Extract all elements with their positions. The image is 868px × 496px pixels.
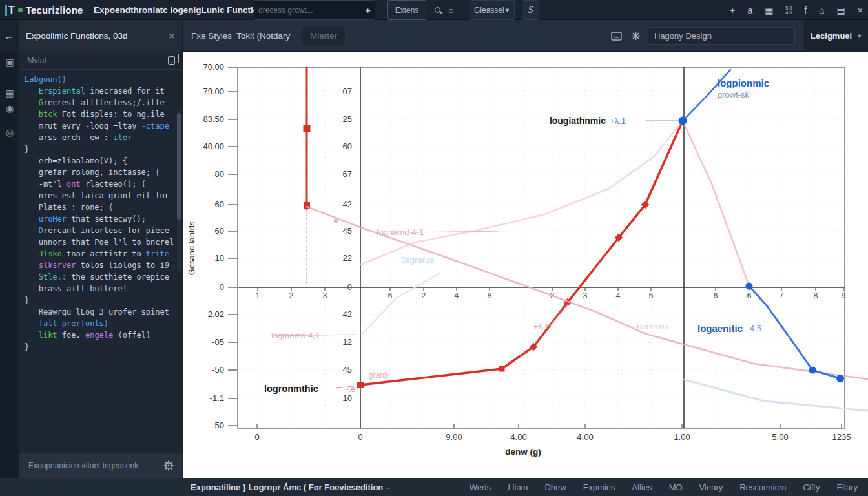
menu-fxe-styles[interactable]: Fxe Styles bbox=[191, 20, 232, 52]
data-point-marker[interactable] bbox=[679, 117, 687, 125]
home-icon[interactable]: ⌂ bbox=[819, 5, 824, 16]
axis-tick: 67 bbox=[307, 169, 352, 179]
code-line: Jisko tnar acttistr to trite bbox=[25, 248, 177, 260]
code-line: arss erch -ew-:-iler bbox=[25, 132, 177, 143]
axis-tick: -1.1 bbox=[179, 393, 224, 403]
status-menu-item[interactable]: Dhew bbox=[544, 482, 566, 492]
status-menu-item[interactable]: Werts bbox=[470, 482, 491, 492]
code-line: grefar rolong, inctasse; { bbox=[25, 167, 177, 178]
axis-tick: 3 bbox=[315, 291, 335, 300]
save-icon[interactable]: ▤ bbox=[837, 5, 845, 16]
tabbar-icons bbox=[611, 20, 641, 52]
image-icon[interactable]: ▦ bbox=[0, 88, 19, 98]
data-point-marker[interactable] bbox=[746, 283, 753, 290]
top-search-box[interactable]: + bbox=[254, 0, 375, 20]
design-search-input[interactable] bbox=[654, 31, 789, 41]
series-exponential-red bbox=[360, 121, 683, 385]
chart-label: +λ.1 bbox=[533, 322, 549, 331]
chart-label: lougiathnmic bbox=[550, 116, 606, 126]
status-menu-item[interactable]: Expmies bbox=[583, 482, 615, 492]
axis-tick: 0 bbox=[307, 282, 352, 292]
data-point-marker[interactable] bbox=[334, 219, 338, 223]
logo-text: Tecurizlione bbox=[26, 5, 83, 16]
card-icon[interactable] bbox=[611, 32, 622, 41]
axis-tick: 60 bbox=[179, 200, 224, 209]
code-scrollbar[interactable] bbox=[177, 110, 181, 271]
data-point-marker[interactable] bbox=[304, 125, 311, 132]
code-line: } bbox=[25, 143, 177, 155]
code-line: slksrver tolos liologs to i9 bbox=[25, 260, 177, 271]
status-menu-item[interactable]: MO bbox=[669, 482, 683, 492]
status-menu-item[interactable]: Allies bbox=[632, 482, 652, 492]
document-tab[interactable]: Expoolimic Functions, 03d × bbox=[18, 20, 183, 52]
gleassel-label: Gleassel bbox=[474, 6, 504, 15]
menu-tokit[interactable]: Tokit (Notdary bbox=[236, 20, 290, 52]
add-icon[interactable]: + bbox=[730, 5, 735, 16]
status-bar: Exponatiline } Logropr Ámc ( For Foevies… bbox=[0, 478, 868, 496]
share-profile-icon[interactable]: ◎ bbox=[0, 127, 19, 138]
chart-label: logmamb 4,1 bbox=[271, 331, 320, 340]
s-logo-icon[interactable]: S bbox=[522, 0, 539, 20]
gleassel-dropdown[interactable]: Gleassel ▼ bbox=[470, 0, 515, 20]
top-tools: ○ bbox=[435, 0, 453, 20]
status-menu-item[interactable]: Lliam bbox=[508, 482, 528, 492]
search-add-icon[interactable]: + bbox=[365, 5, 371, 16]
design-search-box[interactable] bbox=[648, 27, 795, 45]
app-logo[interactable]: T Tecurizlione bbox=[5, 0, 83, 20]
close-icon[interactable]: × bbox=[858, 5, 863, 16]
code-line: fall prerfonts) bbox=[25, 318, 177, 329]
code-line: mrut evry -loog =ltay -ctape bbox=[25, 120, 177, 132]
code-line: } bbox=[25, 341, 177, 353]
gear-icon[interactable] bbox=[163, 460, 174, 471]
axis-tick: 6 bbox=[705, 291, 726, 300]
code-line: brass aill buttere! bbox=[25, 283, 177, 294]
code-line: Plates : rone; ( bbox=[25, 202, 177, 213]
axis-tick: 0 bbox=[179, 282, 224, 292]
data-point-marker[interactable] bbox=[357, 382, 364, 388]
function-icon[interactable]: f bbox=[804, 5, 807, 16]
extens-button[interactable]: Extens bbox=[388, 0, 426, 20]
menu-mierter[interactable]: Mierter bbox=[302, 27, 345, 45]
data-point-marker[interactable] bbox=[499, 366, 505, 372]
numbers-icon[interactable]: 5.34.0 bbox=[785, 6, 792, 15]
burst-icon[interactable] bbox=[631, 31, 641, 41]
chart-label: growt-sk bbox=[718, 90, 749, 99]
axis-tick: 6 bbox=[739, 291, 760, 300]
copy-icon[interactable] bbox=[168, 56, 175, 65]
status-menu-item[interactable]: Cifty bbox=[803, 482, 820, 492]
axis-tick: -2.02 bbox=[179, 309, 224, 319]
code-line: Labgoun() bbox=[25, 74, 177, 85]
sidebar-footer-text: Exoopeanicien «ltoet tegeasenk bbox=[28, 461, 138, 470]
document-title: Expoendthronlatc logenigLunic Functionis bbox=[94, 0, 271, 20]
chart-label: Jagrarua bbox=[401, 255, 434, 265]
export-icon[interactable]: ▣ bbox=[0, 57, 19, 67]
axis-tick: 40.00 bbox=[179, 141, 224, 151]
font-icon[interactable]: a bbox=[747, 5, 752, 16]
data-point-marker[interactable] bbox=[809, 367, 816, 374]
status-menu: WertsLliamDhewExpmiesAlliesMOViearyResco… bbox=[470, 482, 858, 492]
axis-tick: 42 bbox=[307, 309, 352, 319]
circle-icon[interactable]: ○ bbox=[448, 5, 453, 16]
user-menu-button[interactable]: Lecigmuel ▼ bbox=[804, 20, 868, 52]
code-line: nres est_laica granl eil for bbox=[25, 190, 177, 202]
code-line: uroHer that settecwy(); bbox=[25, 213, 177, 225]
data-point-marker[interactable] bbox=[836, 375, 844, 382]
code-line: Grecrest allllectess;/.ille bbox=[25, 97, 177, 108]
profile-icon[interactable]: ◉ bbox=[0, 103, 19, 114]
tab-close-icon[interactable]: × bbox=[169, 30, 174, 41]
code-panel-header: Mvial bbox=[19, 52, 183, 70]
search-icon[interactable] bbox=[435, 7, 440, 13]
status-menu-item[interactable]: Rescoenicrn bbox=[739, 482, 786, 492]
table-icon[interactable]: ▦ bbox=[765, 5, 773, 16]
axis-tick: 5 bbox=[641, 291, 661, 300]
axis-tick: 10 bbox=[307, 393, 352, 403]
status-menu-item[interactable]: Vieary bbox=[699, 482, 723, 492]
code-editor[interactable]: Labgoun() Erspiental inecrased for it Gr… bbox=[25, 74, 177, 415]
chart-canvas[interactable] bbox=[183, 52, 868, 478]
top-search-input[interactable] bbox=[258, 6, 365, 15]
status-menu-item[interactable]: Ellary bbox=[836, 482, 858, 492]
axis-tick: 45 bbox=[307, 365, 352, 375]
axis-tick: -05 bbox=[179, 337, 224, 347]
back-button[interactable]: ← bbox=[0, 20, 18, 52]
axis-tick: 6 bbox=[380, 291, 400, 300]
